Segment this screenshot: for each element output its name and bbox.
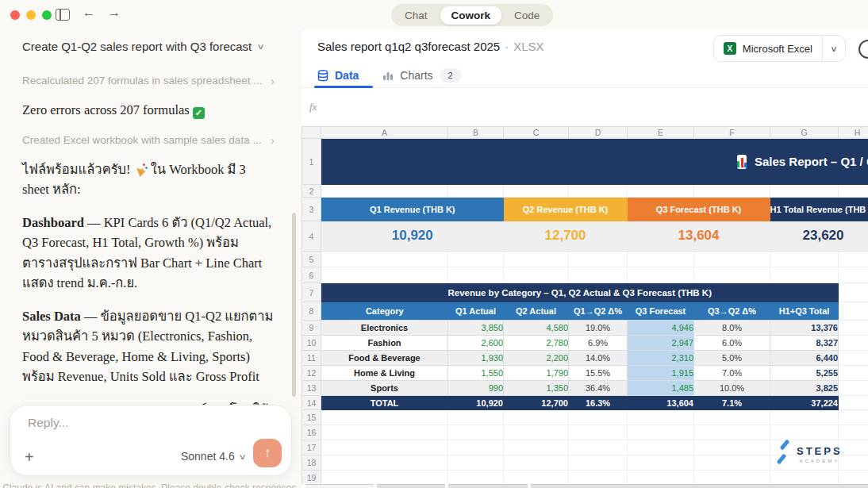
kpi-header[interactable]: Q3 Forecast (THB K) (628, 198, 770, 221)
table-cell[interactable]: 2,600 (448, 336, 504, 351)
table-column-header[interactable]: Category (321, 302, 448, 321)
cell[interactable] (504, 455, 569, 471)
cell[interactable] (839, 351, 868, 366)
row-header[interactable]: 4 (302, 221, 321, 252)
table-cell[interactable]: 1,550 (448, 366, 504, 381)
table-column-header[interactable]: Q2 Actual (504, 302, 569, 321)
table-cell[interactable]: Home & Living (321, 366, 448, 381)
cell[interactable] (839, 185, 868, 198)
row-header[interactable]: 18 (302, 455, 321, 471)
cell[interactable] (448, 471, 504, 485)
row-header[interactable]: 17 (302, 440, 321, 455)
kpi-header[interactable]: H1 Total Revenue (THB K) (770, 198, 868, 221)
table-cell[interactable]: 7.0% (694, 366, 770, 381)
cell[interactable] (694, 252, 770, 267)
reply-input[interactable] (26, 415, 267, 431)
kpi-value[interactable]: 10,920 (321, 221, 504, 252)
chevron-down-icon[interactable]: ∨ (820, 44, 848, 53)
row-header[interactable]: 16 (302, 425, 321, 440)
cell[interactable] (694, 471, 770, 485)
table-column-header[interactable]: Q1→Q2 Δ% (569, 302, 628, 321)
send-button[interactable]: ↑ (253, 439, 282, 467)
sheet-title-banner[interactable]: Sales Report – Q1 / Q2 Actual & Q3 Forec… (321, 139, 868, 185)
cell[interactable] (839, 381, 868, 396)
cell[interactable] (321, 410, 448, 425)
cell[interactable] (839, 283, 868, 302)
cell[interactable] (694, 425, 770, 440)
cell[interactable] (569, 410, 628, 425)
cell[interactable] (628, 252, 694, 267)
table-cell[interactable]: 2,200 (504, 351, 569, 366)
cell[interactable] (504, 425, 569, 440)
tool-result-row[interactable]: Created Excel workbook with sample sales… (22, 133, 275, 147)
cell[interactable] (448, 252, 504, 267)
cell[interactable] (694, 410, 770, 425)
cell[interactable] (504, 185, 569, 198)
table-cell[interactable]: Fashion (321, 336, 448, 351)
cell[interactable] (839, 471, 868, 485)
table-total-cell[interactable]: 12,700 (504, 396, 569, 410)
table-cell[interactable]: 14.0% (569, 351, 628, 366)
cell[interactable] (448, 425, 504, 440)
row-header[interactable]: 19 (302, 471, 321, 485)
table-total-cell[interactable]: 13,604 (628, 396, 694, 410)
table-cell[interactable]: 4,580 (504, 321, 569, 336)
table-cell[interactable]: 3,825 (770, 381, 839, 396)
table-cell[interactable]: 36.4% (569, 381, 628, 396)
conversation-title[interactable]: Create Q1-Q2 sales report with Q3 foreca… (22, 40, 264, 53)
cell[interactable] (569, 252, 628, 267)
cell[interactable] (770, 252, 839, 267)
cell[interactable] (504, 267, 569, 283)
row-header[interactable]: 12 (302, 366, 321, 381)
row-header[interactable]: 13 (302, 381, 321, 396)
cell[interactable] (569, 185, 628, 198)
row-header[interactable]: 15 (302, 410, 321, 425)
chat-scrollbar[interactable] (292, 213, 296, 397)
cell[interactable] (628, 471, 694, 485)
cell[interactable] (448, 267, 504, 283)
sheet-tab[interactable] (448, 484, 528, 488)
row-header[interactable]: 8 (302, 302, 321, 321)
cell[interactable] (321, 440, 448, 455)
cell[interactable] (569, 440, 628, 455)
row-header[interactable]: 2 (302, 185, 321, 198)
cell[interactable] (839, 440, 868, 455)
column-header[interactable]: G (770, 127, 839, 139)
table-cell[interactable]: 1,485 (628, 381, 694, 396)
cell[interactable] (628, 185, 694, 198)
cell[interactable] (569, 471, 628, 485)
row-header[interactable]: 7 (302, 283, 321, 302)
cell[interactable] (839, 396, 868, 410)
cell[interactable] (448, 410, 504, 425)
table-total-cell[interactable]: TOTAL (321, 396, 448, 410)
column-header[interactable]: C (504, 127, 569, 139)
cell[interactable] (694, 185, 770, 198)
table-cell[interactable]: 2,780 (504, 336, 569, 351)
cell[interactable] (321, 471, 448, 485)
tool-result-row[interactable]: Recalculated 207 formulas in sales sprea… (22, 74, 275, 87)
table-cell[interactable]: 1,790 (504, 366, 569, 381)
formula-bar[interactable]: fx (301, 88, 868, 127)
sidebar-toggle-icon[interactable] (56, 9, 70, 21)
sheet-tab[interactable] (377, 484, 445, 488)
column-header[interactable]: E (628, 127, 694, 139)
table-cell[interactable]: 15.5% (569, 366, 628, 381)
table-cell[interactable]: 2,947 (628, 336, 694, 351)
row-header[interactable]: 10 (302, 336, 321, 351)
table-total-cell[interactable]: 7.1% (694, 396, 770, 410)
row-header[interactable]: 5 (302, 252, 321, 267)
row-header[interactable]: 11 (302, 351, 321, 366)
row-header[interactable]: 9 (302, 321, 321, 336)
cell[interactable] (504, 471, 569, 485)
cell[interactable] (321, 185, 448, 198)
kpi-value[interactable]: 23,620 (770, 221, 868, 252)
row-header[interactable]: 1 (302, 139, 321, 185)
column-header[interactable]: D (569, 127, 628, 139)
cell[interactable] (839, 410, 868, 425)
cell[interactable] (321, 455, 448, 471)
tab-code[interactable]: Code (503, 6, 551, 25)
table-cell[interactable]: 19.0% (569, 321, 628, 336)
table-cell[interactable]: 1,930 (448, 351, 504, 366)
table-cell[interactable]: 1,915 (628, 366, 694, 381)
column-header[interactable]: A (321, 127, 448, 139)
